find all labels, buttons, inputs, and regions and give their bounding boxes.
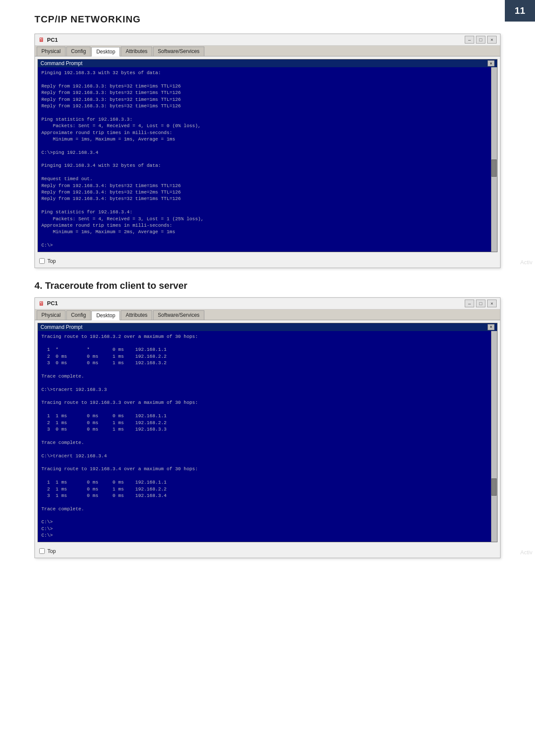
tab-config-top[interactable]: Config: [66, 47, 91, 56]
tab-desktop-top[interactable]: Desktop: [91, 47, 120, 56]
tab-attributes-bottom[interactable]: Attributes: [121, 310, 152, 320]
main-heading: TCP/IP NETWORKING: [0, 0, 535, 34]
minimize-button-bottom[interactable]: –: [465, 300, 474, 307]
window-title-bottom: PC1: [47, 300, 58, 306]
restore-button-top[interactable]: □: [476, 36, 485, 44]
window-titlebar-bottom: 🖥 PC1 – □ ×: [35, 298, 500, 309]
command-prompt-window-top: Command Prompt × Pinging 192.168.3.3 wit…: [38, 59, 497, 252]
cmd-close-top[interactable]: ×: [488, 60, 494, 66]
page-number: 11: [505, 0, 535, 22]
window-controls-bottom: – □ ×: [465, 300, 497, 307]
top-checkbox-bottom[interactable]: [39, 548, 45, 554]
window-titlebar-top: 🖥 PC1 – □ ×: [35, 34, 500, 46]
restore-button-bottom[interactable]: □: [476, 300, 485, 307]
tab-software-top[interactable]: Software/Services: [153, 47, 204, 56]
cmd-content-bottom: Tracing route to 192.168.3.2 over a maxi…: [38, 331, 497, 542]
cmd-close-bottom[interactable]: ×: [488, 324, 494, 330]
tabs-bar-bottom: Physical Config Desktop Attributes Softw…: [35, 309, 500, 320]
scrollbar-top[interactable]: [491, 67, 497, 252]
top-checkbox-row-bottom: Top: [35, 545, 500, 558]
section4-heading: 4. Traceroute from client to server: [0, 272, 535, 297]
cmd-title-bottom: Command Prompt: [41, 324, 82, 330]
window-pc1-top: 🖥 PC1 – □ × Physical Config Desktop Attr…: [34, 34, 501, 268]
scrollbar-bottom[interactable]: [491, 331, 497, 542]
tab-desktop-bottom[interactable]: Desktop: [91, 311, 120, 320]
window-pc1-bottom: 🖥 PC1 – □ × Physical Config Desktop Attr…: [34, 297, 501, 558]
window-controls-top: – □ ×: [465, 36, 497, 44]
pc-icon-bottom: 🖥: [38, 300, 44, 307]
active-watermark-top: Activ: [520, 259, 532, 266]
active-watermark-bottom: Activ: [520, 549, 532, 556]
pc-icon: 🖥: [38, 36, 44, 43]
close-button-bottom[interactable]: ×: [487, 300, 497, 307]
cmd-titlebar-top: Command Prompt ×: [38, 59, 497, 67]
tab-attributes-top[interactable]: Attributes: [121, 47, 152, 56]
minimize-button-top[interactable]: –: [465, 36, 474, 44]
top-label-bottom: Top: [47, 548, 56, 554]
scrollbar-thumb-bottom[interactable]: [491, 478, 497, 496]
tab-physical-bottom[interactable]: Physical: [37, 310, 66, 320]
cmd-titlebar-bottom: Command Prompt ×: [38, 323, 497, 331]
tab-physical-top[interactable]: Physical: [37, 47, 66, 56]
top-label-top: Top: [47, 258, 56, 264]
cmd-title-top: Command Prompt: [41, 60, 82, 66]
close-button-top[interactable]: ×: [487, 36, 497, 44]
top-checkbox-top[interactable]: [39, 258, 45, 264]
command-prompt-window-bottom: Command Prompt × Tracing route to 192.16…: [38, 323, 497, 542]
cmd-content-top: Pinging 192.168.3.3 with 32 bytes of dat…: [38, 67, 497, 252]
tab-software-bottom[interactable]: Software/Services: [153, 310, 204, 320]
tab-config-bottom[interactable]: Config: [66, 310, 91, 320]
scrollbar-thumb-top[interactable]: [491, 159, 497, 177]
window-title-top: PC1: [47, 37, 58, 43]
top-checkbox-row-top: Top: [35, 255, 500, 268]
tabs-bar-top: Physical Config Desktop Attributes Softw…: [35, 46, 500, 56]
